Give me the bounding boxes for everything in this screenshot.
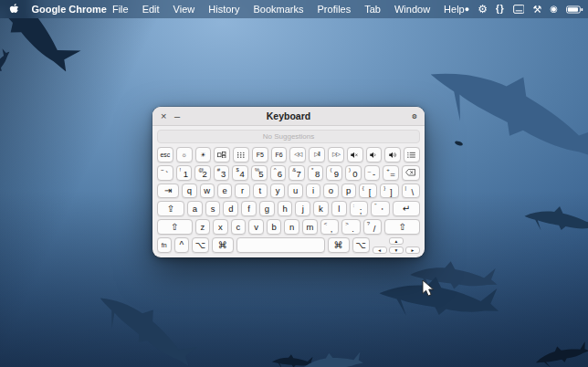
key-option-left[interactable]: ⌥ [192,237,209,253]
key-shift-left[interactable]: ⇧ [157,219,193,235]
key-tab[interactable]: ⇥ [157,184,179,199]
key-shift-right[interactable]: ⇧ [384,219,420,235]
key-1[interactable]: 1! [176,165,193,181]
menu-file[interactable]: File [112,4,129,15]
key-f2-brightness-up[interactable]: ☀ [195,147,212,163]
key-l[interactable]: l [331,201,347,216]
key-7[interactable]: 7& [289,165,305,181]
key-e[interactable]: e [217,184,232,199]
menu-window[interactable]: Window [394,4,430,15]
key-control[interactable]: ^ [174,237,189,253]
key-j[interactable]: j [295,201,310,216]
key-semicolon[interactable]: ;: [350,201,369,216]
key-fn-list[interactable] [404,147,420,163]
braces-icon[interactable]: {} [496,5,505,14]
key-w[interactable]: w [200,184,215,199]
record-circle-icon[interactable]: ◉ [550,5,558,14]
key-r[interactable]: r [235,184,249,199]
key-h[interactable]: h [278,201,293,216]
key-quote[interactable]: '" [371,201,390,216]
key-slash[interactable]: /? [363,219,383,235]
key-bracket-right[interactable]: ]} [380,184,398,199]
key-o[interactable]: o [323,184,338,199]
menu-profiles[interactable]: Profiles [318,4,352,15]
key-period[interactable]: .> [341,219,361,235]
key-d[interactable]: d [223,201,238,216]
key-f10-mute[interactable] [347,147,363,163]
window-titlebar[interactable]: × – Keyboard ⚙ [152,107,425,126]
menu-help[interactable]: Help [444,4,465,15]
key-command-right[interactable]: ⌘ [328,237,350,253]
key-f11-volume-down[interactable] [366,147,383,163]
key-f12-volume-up[interactable] [384,147,401,163]
active-app-name[interactable]: Google Chrome [31,4,107,15]
key-delete[interactable] [402,165,420,181]
key-2[interactable]: 2@ [194,165,211,181]
key-command-left[interactable]: ⌘ [212,237,234,253]
key-f3-mission-control[interactable] [214,147,230,163]
key-x[interactable]: x [213,219,228,235]
battery-icon[interactable] [566,5,583,14]
close-icon[interactable]: × [161,107,166,125]
key-arrow-right[interactable]: ▸ [405,246,420,254]
key-t[interactable]: t [253,184,268,199]
key-equals[interactable]: =+ [383,165,399,181]
key-f5[interactable]: F5 [252,147,268,163]
key-comma[interactable]: ,< [320,219,340,235]
key-q[interactable]: q [182,184,196,199]
key-y[interactable]: y [270,184,285,199]
key-p[interactable]: p [341,184,356,199]
key-backtick[interactable]: `~ [157,165,173,181]
key-z[interactable]: z [195,219,211,235]
key-0[interactable]: 0) [345,165,362,181]
key-arrow-left[interactable]: ◂ [373,246,387,254]
key-f4-launchpad[interactable] [233,147,249,163]
key-s[interactable]: s [205,201,221,216]
key-5[interactable]: 5% [251,165,268,181]
key-return[interactable]: ↵ [393,201,420,216]
key-f6[interactable]: F6 [271,147,288,163]
display-icon[interactable] [513,5,525,14]
recording-dot-icon[interactable]: ● [465,5,469,14]
menu-tab[interactable]: Tab [364,4,381,15]
key-4[interactable]: 4$ [232,165,248,181]
key-n[interactable]: n [284,219,299,235]
key-arrow-down[interactable]: ▾ [389,246,404,254]
key-f9-fast-forward[interactable]: ▷▷ [328,147,344,163]
key-9[interactable]: 9( [326,165,342,181]
key-caps-lock[interactable]: ⇪ [157,201,184,216]
key-u[interactable]: u [288,184,302,199]
key-a[interactable]: a [187,201,203,216]
key-3[interactable]: 3# [214,165,230,181]
key-b[interactable]: b [267,219,282,235]
gear-icon[interactable]: ⚙ [478,4,488,15]
key-6[interactable]: 6^ [270,165,287,181]
menu-view[interactable]: View [173,4,195,15]
key-f7-rewind[interactable]: ◁◁ [289,147,306,163]
key-m[interactable]: m [302,219,318,235]
tools-icon[interactable]: ⚒ [532,5,541,15]
key-i[interactable]: i [306,184,320,199]
minimize-icon[interactable]: – [174,107,180,125]
key-option-right[interactable]: ⌥ [352,237,370,253]
key-fn[interactable]: fn [157,237,172,253]
key-esc[interactable]: esc [157,147,173,163]
menu-history[interactable]: History [208,4,239,15]
apple-icon[interactable] [9,4,18,15]
key-f[interactable]: f [241,201,257,216]
keyboard-settings-icon[interactable]: ⚙ [412,107,417,125]
menu-edit[interactable]: Edit [142,4,160,15]
key-v[interactable]: v [248,219,264,235]
menu-bookmarks[interactable]: Bookmarks [254,4,304,15]
key-f8-play-pause[interactable]: ▷‖ [309,147,325,163]
key-space[interactable] [236,237,325,253]
key-f1-brightness-down[interactable]: ☼ [176,147,193,163]
key-minus[interactable]: -_ [364,165,381,181]
key-backslash[interactable]: \| [402,184,420,199]
key-arrow-up[interactable]: ▴ [389,237,404,245]
key-8[interactable]: 8* [308,165,324,181]
key-c[interactable]: c [231,219,247,235]
key-bracket-left[interactable]: [{ [359,184,377,199]
key-g[interactable]: g [259,201,275,216]
key-k[interactable]: k [313,201,329,216]
